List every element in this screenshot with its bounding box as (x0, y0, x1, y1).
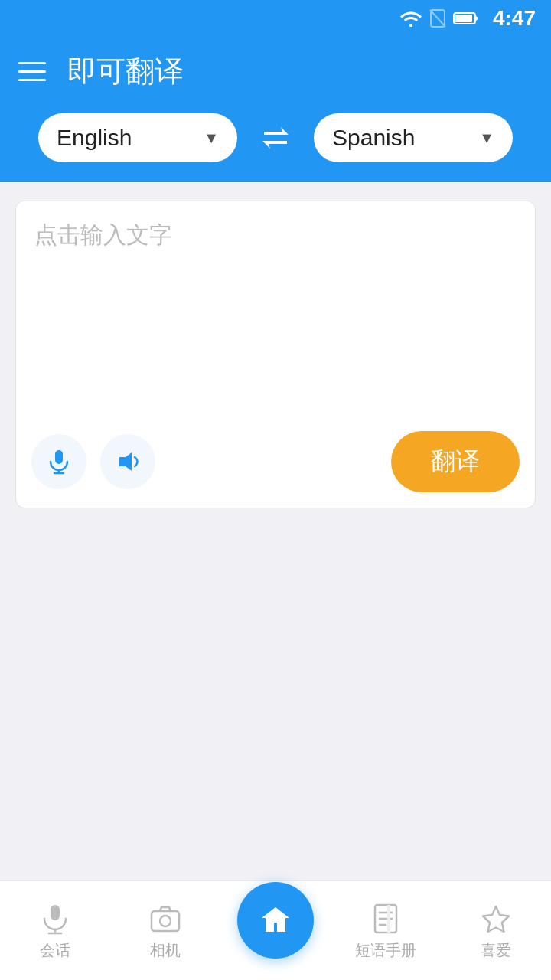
mic-icon (46, 449, 72, 475)
input-action-icons (31, 434, 155, 489)
nav-label-phrasebook: 短语手册 (355, 940, 416, 961)
status-bar: 4:47 (0, 0, 551, 37)
nav-item-phrasebook[interactable]: 短语手册 (331, 894, 441, 961)
main-content: 翻译 (0, 182, 551, 871)
svg-rect-8 (51, 905, 60, 920)
nav-item-chat[interactable]: 会话 (0, 894, 110, 961)
translate-actions: 翻译 (16, 419, 535, 508)
source-language-label: English (57, 125, 132, 151)
svg-marker-18 (483, 906, 509, 932)
translate-button[interactable]: 翻译 (391, 431, 520, 492)
source-language-button[interactable]: English ▼ (38, 113, 237, 162)
sim-off-icon (429, 8, 447, 28)
status-icons: 4:47 (399, 6, 536, 31)
battery-icon (453, 11, 479, 26)
svg-point-12 (160, 916, 171, 926)
nav-item-home[interactable] (220, 897, 331, 959)
nav-label-favorites: 喜爱 (481, 940, 511, 961)
translation-input[interactable] (16, 201, 535, 416)
nav-item-camera[interactable]: 相机 (110, 894, 220, 961)
bottom-navigation: 会话 相机 短语手册 喜爱 (0, 880, 551, 980)
page-title: 即可翻译 (67, 52, 184, 91)
source-lang-dropdown-icon: ▼ (204, 129, 219, 147)
svg-marker-7 (119, 452, 132, 471)
speaker-icon (115, 449, 141, 475)
hamburger-menu[interactable] (18, 54, 52, 88)
swap-languages-button[interactable] (253, 115, 298, 161)
wifi-icon (399, 10, 422, 27)
nav-item-favorites[interactable]: 喜爱 (441, 894, 551, 961)
svg-rect-4 (55, 450, 63, 464)
star-nav-icon (479, 902, 513, 936)
translation-box: 翻译 (15, 201, 536, 508)
home-nav-icon (256, 901, 295, 939)
svg-line-1 (430, 10, 445, 27)
target-language-button[interactable]: Spanish ▼ (314, 113, 513, 162)
svg-rect-11 (152, 911, 179, 931)
target-language-label: Spanish (332, 125, 415, 151)
nav-label-camera: 相机 (150, 940, 181, 961)
svg-rect-3 (455, 15, 472, 22)
top-bar: 即可翻译 (0, 37, 551, 106)
phrasebook-nav-icon (369, 902, 403, 936)
mic-button[interactable] (31, 434, 86, 489)
speaker-button[interactable] (100, 434, 155, 489)
swap-icon (258, 124, 293, 152)
language-selector-bar: English ▼ Spanish ▼ (0, 106, 551, 182)
mic-nav-icon (38, 902, 72, 936)
target-lang-dropdown-icon: ▼ (479, 129, 494, 147)
svg-rect-17 (387, 905, 390, 933)
home-circle (237, 882, 314, 959)
nav-label-chat: 会话 (40, 940, 70, 961)
clock: 4:47 (493, 6, 536, 31)
camera-nav-icon (148, 902, 182, 936)
